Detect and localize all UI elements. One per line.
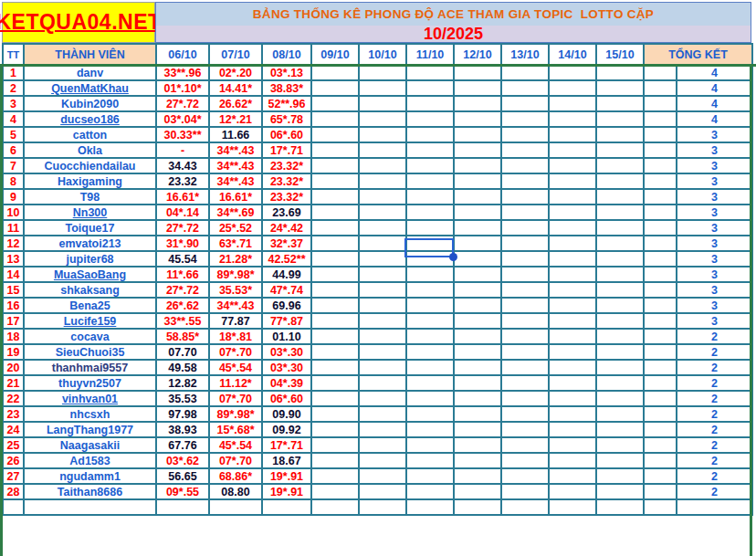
empty-day-cell[interactable]	[359, 142, 406, 158]
empty-day-cell[interactable]	[311, 96, 359, 111]
score-cell[interactable]: 38.93	[156, 422, 209, 437]
header-date-0810[interactable]: 08/10	[262, 44, 311, 65]
score-cell[interactable]: 09*.55	[156, 484, 209, 499]
empty-day-cell[interactable]	[454, 96, 501, 111]
score-cell[interactable]: 27*.72	[156, 282, 209, 298]
score-cell[interactable]: 09.92	[262, 422, 311, 437]
score-cell[interactable]	[262, 499, 311, 515]
row-number-cell[interactable]: 4	[3, 111, 24, 127]
empty-day-cell[interactable]	[596, 406, 644, 422]
empty-day-cell[interactable]	[454, 267, 501, 282]
member-name-cell[interactable]: Okla	[24, 142, 156, 158]
empty-day-cell[interactable]	[596, 437, 644, 453]
score-cell[interactable]: 23.32*	[262, 189, 311, 205]
row-number-cell[interactable]: 17	[3, 313, 24, 329]
empty-day-cell[interactable]	[596, 282, 644, 298]
empty-day-cell[interactable]	[501, 189, 549, 205]
empty-day-cell[interactable]	[501, 158, 549, 173]
empty-day-cell[interactable]	[359, 499, 406, 515]
empty-day-cell[interactable]	[549, 142, 596, 158]
total-cell[interactable]: 3	[677, 251, 752, 267]
empty-day-cell[interactable]	[501, 236, 549, 251]
empty-day-cell[interactable]	[596, 391, 644, 406]
total-cell[interactable]: 2	[677, 484, 752, 499]
score-cell[interactable]: 89*.98*	[209, 267, 262, 282]
score-cell[interactable]: 18*.81	[209, 329, 262, 344]
empty-day-cell[interactable]	[549, 96, 596, 111]
selection-handle[interactable]	[449, 253, 457, 261]
summary-spacer-cell[interactable]	[644, 142, 677, 158]
empty-day-cell[interactable]	[406, 298, 454, 313]
empty-day-cell[interactable]	[596, 375, 644, 391]
score-cell[interactable]: 11*.66	[156, 267, 209, 282]
score-cell[interactable]: 07*.70	[209, 453, 262, 468]
score-cell[interactable]: 44.99	[262, 267, 311, 282]
row-number-cell[interactable]: 5	[3, 127, 24, 142]
empty-day-cell[interactable]	[454, 236, 501, 251]
row-number-cell[interactable]: 22	[3, 391, 24, 406]
score-cell[interactable]: 35.53	[156, 391, 209, 406]
header-date-1510[interactable]: 15/10	[596, 44, 644, 65]
score-cell[interactable]: 07*.70	[209, 344, 262, 360]
empty-day-cell[interactable]	[501, 375, 549, 391]
score-cell[interactable]: 19*.91	[262, 468, 311, 484]
empty-day-cell[interactable]	[549, 158, 596, 173]
empty-day-cell[interactable]	[311, 142, 359, 158]
empty-day-cell[interactable]	[311, 173, 359, 189]
score-cell[interactable]: 01.10	[262, 329, 311, 344]
row-number-cell[interactable]: 24	[3, 422, 24, 437]
empty-day-cell[interactable]	[549, 344, 596, 360]
empty-day-cell[interactable]	[359, 375, 406, 391]
empty-day-cell[interactable]	[359, 468, 406, 484]
score-cell[interactable]: 07*.70	[209, 391, 262, 406]
empty-day-cell[interactable]	[454, 453, 501, 468]
empty-day-cell[interactable]	[311, 391, 359, 406]
empty-day-cell[interactable]	[359, 453, 406, 468]
empty-day-cell[interactable]	[406, 406, 454, 422]
score-cell[interactable]: 18.67	[262, 453, 311, 468]
empty-day-cell[interactable]	[501, 96, 549, 111]
empty-day-cell[interactable]	[549, 422, 596, 437]
total-cell[interactable]: 3	[677, 298, 752, 313]
member-name-cell[interactable]: cocava	[24, 329, 156, 344]
row-number-cell[interactable]: 13	[3, 251, 24, 267]
total-cell[interactable]: 3	[677, 189, 752, 205]
score-cell[interactable]: 15*.68*	[209, 422, 262, 437]
empty-day-cell[interactable]	[549, 453, 596, 468]
score-cell[interactable]: 02*.20	[209, 65, 262, 80]
empty-day-cell[interactable]	[406, 65, 454, 80]
empty-day-cell[interactable]	[596, 313, 644, 329]
empty-day-cell[interactable]	[549, 80, 596, 96]
summary-spacer-cell[interactable]	[644, 298, 677, 313]
empty-day-cell[interactable]	[454, 360, 501, 375]
member-name-cell[interactable]: shkaksang	[24, 282, 156, 298]
empty-day-cell[interactable]	[549, 173, 596, 189]
header-tt[interactable]: TT	[3, 44, 24, 65]
empty-day-cell[interactable]	[311, 205, 359, 220]
summary-spacer-cell[interactable]	[644, 499, 677, 515]
empty-day-cell[interactable]	[549, 189, 596, 205]
empty-day-cell[interactable]	[501, 406, 549, 422]
summary-spacer-cell[interactable]	[644, 158, 677, 173]
member-name-cell[interactable]: thanhmai9557	[24, 360, 156, 375]
empty-day-cell[interactable]	[549, 391, 596, 406]
empty-day-cell[interactable]	[454, 406, 501, 422]
empty-day-cell[interactable]	[596, 189, 644, 205]
empty-day-cell[interactable]	[454, 282, 501, 298]
empty-day-cell[interactable]	[454, 437, 501, 453]
header-date-0910[interactable]: 09/10	[311, 44, 359, 65]
empty-day-cell[interactable]	[311, 468, 359, 484]
empty-day-cell[interactable]	[311, 437, 359, 453]
member-name-cell[interactable]: ducseo186	[24, 111, 156, 127]
empty-day-cell[interactable]	[454, 127, 501, 142]
total-cell[interactable]: 2	[677, 453, 752, 468]
empty-day-cell[interactable]	[454, 251, 501, 267]
empty-day-cell[interactable]	[596, 236, 644, 251]
empty-day-cell[interactable]	[406, 111, 454, 127]
summary-spacer-cell[interactable]	[644, 236, 677, 251]
row-number-cell[interactable]: 11	[3, 220, 24, 236]
empty-day-cell[interactable]	[311, 298, 359, 313]
score-cell[interactable]: 30.33**	[156, 127, 209, 142]
member-name-cell[interactable]: Toique17	[24, 220, 156, 236]
empty-day-cell[interactable]	[549, 267, 596, 282]
